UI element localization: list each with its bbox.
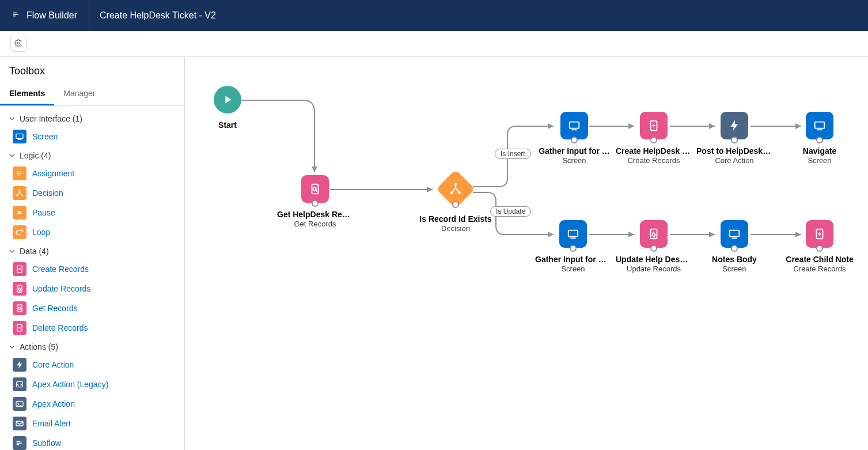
node-create-child-note[interactable]: Create Child Note Create Records [782,220,858,273]
edge-label-update[interactable]: Is Update [490,206,531,217]
node-update-helpdesk[interactable]: Update Help Desk… Update Records [616,220,692,273]
node-subtext: Screen [808,156,831,165]
element-tree: User Interface (1) Screen Logic (4) Assi… [0,106,184,450]
bolt-icon [13,358,26,372]
palette-decision[interactable]: Decision [5,183,180,203]
tree-section-label: Logic (4) [20,151,51,160]
node-navigate[interactable]: Navigate Screen [782,112,858,165]
svg-rect-45 [568,230,578,237]
palette-item-label: Assignment [32,169,74,178]
code-icon [13,377,26,391]
palette-create-records[interactable]: Create Records [5,259,180,279]
decision-icon [13,186,26,200]
chevron-down-icon [8,152,16,160]
palette-loop[interactable]: Loop [5,222,180,242]
svg-marker-22 [312,167,317,172]
screen-icon [806,112,833,139]
subflow-icon [13,436,26,450]
screen-icon [560,112,588,139]
node-label: Gather Input for … [536,146,612,156]
palette-item-label: Create Records [32,264,89,274]
delete-records-icon [13,321,26,335]
tree-section-label: User Interface (1) [20,114,82,123]
palette-item-label: Subflow [32,438,61,448]
node-subtext: Screen [722,264,746,273]
chevron-down-icon [8,115,16,123]
node-get-records[interactable]: Get HelpDesk Rec… Get Records [277,175,353,228]
palette-core-action[interactable]: Core Action [5,355,180,375]
palette-item-label: Delete Records [32,323,88,332]
tree-section-ui[interactable]: User Interface (1) [5,111,180,127]
svg-rect-1 [16,134,23,138]
app-header: Flow Builder Create HelpDesk Ticket - V2 [0,0,868,31]
node-label: Create HelpDesk r… [616,146,692,156]
sidebar-title: Toolbox [0,57,184,83]
create-records-icon [806,220,833,248]
svg-point-6 [19,190,20,191]
node-post-helpdesk[interactable]: Post to HelpDesk … Core Action [696,112,772,165]
tree-section-label: Data (4) [20,247,49,256]
sidebar: Toolbox Elements Manager User Interface … [0,57,185,450]
assignment-icon [13,167,26,180]
svg-point-8 [22,195,23,196]
node-notes-body[interactable]: Notes Body Screen [696,220,772,273]
create-records-icon [640,112,668,139]
node-create-helpdesk[interactable]: Create HelpDesk r… Create Records [616,112,692,165]
node-subtext: Create Records [793,264,846,273]
edge-label-insert[interactable]: Is Insert [495,149,531,159]
screen-icon [559,220,587,248]
node-start[interactable]: Start [189,86,266,130]
palette-subflow[interactable]: Subflow [5,433,180,450]
gear-icon [14,39,22,49]
palette-item-label: Pause [32,208,55,217]
node-decision[interactable]: Is Record Id Exists Decision [404,171,507,233]
palette-delete-records[interactable]: Delete Records [5,318,180,338]
palette-apex-legacy[interactable]: Apex Action (Legacy) [5,375,180,394]
tab-manager[interactable]: Manager [54,83,104,105]
create-records-icon [13,262,26,276]
tree-section-data[interactable]: Data (4) [5,243,180,259]
palette-pause[interactable]: Zz Pause [5,203,180,222]
settings-button[interactable] [10,36,26,52]
node-subtext: Screen [562,156,586,165]
node-label: Notes Body [696,255,772,264]
get-records-icon [301,175,329,203]
node-subtext: Get Records [294,220,336,228]
node-label: Gather Input for h… [535,255,611,264]
node-gather-input-1[interactable]: Gather Input for … Screen [536,112,612,165]
node-label: Update Help Desk… [616,255,692,264]
palette-email-alert[interactable]: Email Alert [5,414,180,433]
palette-screen[interactable]: Screen [5,127,180,146]
palette-update-records[interactable]: Update Records [5,279,180,298]
palette-item-label: Get Records [32,304,78,313]
node-subtext: Core Action [715,156,753,165]
toolbar [0,31,868,57]
svg-point-7 [17,195,18,196]
svg-text:Zz: Zz [18,211,22,214]
palette-get-records[interactable]: Get Records [5,298,180,318]
palette-item-label: Apex Action (Legacy) [32,380,108,389]
palette-item-label: Screen [32,132,58,141]
node-subtext: Screen [561,264,585,273]
tree-section-logic[interactable]: Logic (4) [5,148,180,164]
tab-elements[interactable]: Elements [0,83,54,105]
screen-icon [721,220,748,248]
tree-section-actions[interactable]: Actions (5) [5,339,180,355]
palette-item-label: Core Action [32,360,74,369]
palette-assignment[interactable]: Assignment [5,164,180,183]
palette-item-label: Loop [32,228,50,237]
node-label: Start [189,120,266,130]
palette-apex[interactable]: Apex Action [5,394,180,414]
palette-item-label: Decision [32,188,63,198]
palette-item-label: Apex Action [32,399,75,409]
node-gather-input-2[interactable]: Gather Input for h… Screen [535,220,611,273]
node-label: Create Child Note [782,255,858,264]
svg-line-34 [316,190,317,192]
svg-point-37 [458,192,460,194]
svg-rect-43 [815,122,825,128]
node-label: Post to HelpDesk … [696,146,772,156]
bolt-icon [721,112,748,139]
flow-canvas[interactable]: Start Get HelpDesk Rec… Get Records Is R… [185,57,868,450]
terminal-icon [13,397,26,411]
palette-item-label: Update Records [32,284,90,293]
